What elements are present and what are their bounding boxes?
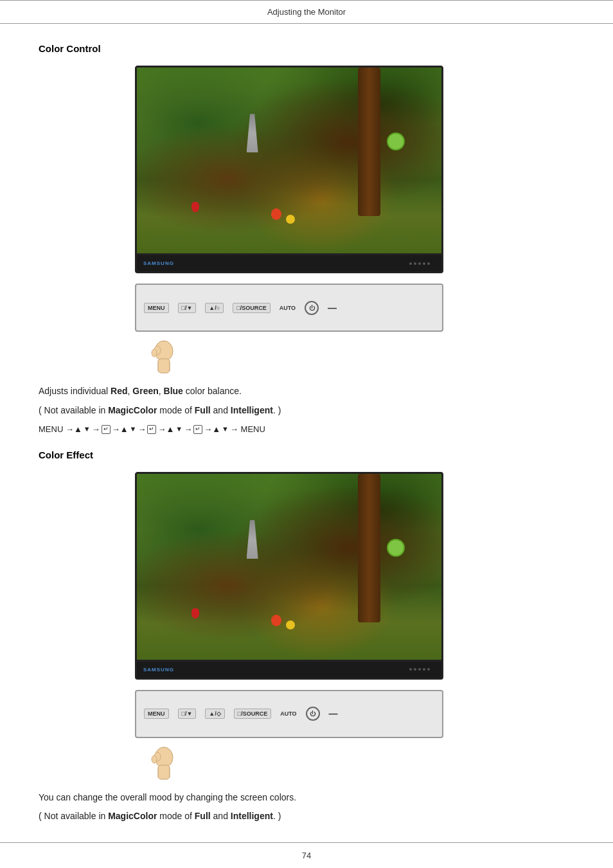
monitor-bottom-bar-1: SAMSUNG [135, 255, 443, 273]
control-panel-container-1: MENU □/▼ ▲/○ □/SOURCE AUTO ⏻ — [135, 284, 443, 374]
ce-desc-line-1: You can change the overall mood by chang… [39, 790, 574, 806]
dash-2: — [329, 709, 338, 719]
page-header: Adjusting the Monitor [0, 0, 613, 24]
btn1-2: □/▼ [178, 709, 197, 719]
control-panel-2: MENU □/▼ ▲/◇ □/SOURCE AUTO ⏻ — [135, 690, 443, 738]
header-title: Adjusting the Monitor [267, 7, 346, 17]
btn3-2: □/SOURCE [234, 709, 271, 719]
hand-svg-1 [148, 338, 180, 374]
monitor-image-1: SAMSUNG [135, 66, 443, 273]
page-footer: 74 [0, 842, 613, 868]
hand-gesture-1 [135, 338, 443, 374]
menu-btn-2: MENU [144, 709, 169, 719]
color-control-title: Color Control [39, 43, 574, 54]
monitor-dots-2 [409, 668, 435, 671]
monitor-screen-1 [135, 66, 443, 255]
auto-label-2: AUTO [280, 710, 296, 717]
svg-point-5 [152, 349, 157, 357]
power-btn-1: ⏻ [305, 301, 319, 315]
dash-1: — [328, 303, 337, 313]
red-lantern-1 [191, 202, 199, 212]
green-circle-1 [387, 132, 405, 150]
control-panel-container-2: MENU □/▼ ▲/◇ □/SOURCE AUTO ⏻ — [135, 690, 443, 780]
btn1-1: □/▼ [178, 303, 197, 313]
svg-point-11 [152, 755, 157, 763]
yellow-obj-1 [286, 215, 295, 224]
monitor-screen-2 [135, 472, 443, 662]
svg-rect-1 [158, 359, 170, 373]
btn2-2: ▲/◇ [205, 709, 224, 719]
monitor-image-2: SAMSUNG [135, 472, 443, 680]
red-balloon-1 [271, 208, 281, 220]
samsung-logo-2: SAMSUNG [143, 667, 174, 673]
ce-desc-line-2: ( Not available in MagicColor mode of Fu… [39, 809, 574, 824]
hand-svg-2 [148, 745, 180, 780]
red-balloon-2 [271, 615, 281, 626]
yellow-obj-2 [286, 620, 295, 629]
btn3-1: □/SOURCE [233, 303, 270, 313]
color-control-section: Color Control SAMSUNG [39, 43, 574, 437]
control-panel-1: MENU □/▼ ▲/○ □/SOURCE AUTO ⏻ — [135, 284, 443, 332]
hand-gesture-2 [135, 745, 443, 780]
menu-btn-1: MENU [144, 303, 169, 313]
auto-label-1: AUTO [280, 305, 296, 311]
monitor-bottom-bar-2: SAMSUNG [135, 662, 443, 680]
power-btn-2: ⏻ [306, 707, 320, 721]
green-circle-2 [387, 539, 405, 557]
samsung-logo-1: SAMSUNG [143, 260, 174, 266]
color-effect-section: Color Effect SAMSUNG [39, 449, 574, 825]
menu-sequence-1: MENU →▲ ▼ → ↵ →▲ ▼ → ↵ →▲ ▼ → ↵ →▲ ▼ → M… [39, 422, 574, 437]
color-effect-title: Color Effect [39, 449, 574, 460]
svg-rect-7 [158, 765, 170, 779]
red-lantern-2 [191, 608, 199, 619]
desc-line-1: Adjusts individual Red, Green, Blue colo… [39, 384, 574, 399]
page-number: 74 [302, 851, 311, 860]
btn2-1: ▲/○ [205, 303, 224, 313]
monitor-dots-1 [409, 262, 435, 265]
desc-line-2: ( Not available in MagicColor mode of Fu… [39, 403, 574, 419]
color-effect-description: You can change the overall mood by chang… [39, 790, 574, 825]
color-control-description: Adjusts individual Red, Green, Blue colo… [39, 384, 574, 437]
